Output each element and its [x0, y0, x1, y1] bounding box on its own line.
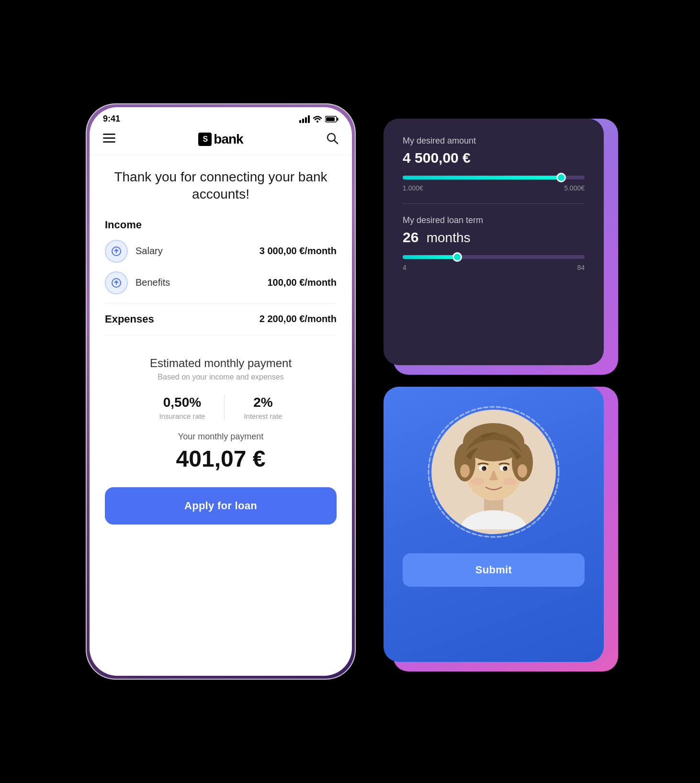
svg-rect-9 — [103, 137, 115, 139]
svg-line-12 — [334, 140, 338, 144]
term-slider-track[interactable] — [403, 255, 585, 259]
salary-item: Salary 3 000,00 €/month — [105, 240, 337, 263]
expenses-label: Expenses — [105, 313, 154, 325]
kyc-card: Submit — [384, 387, 604, 662]
term-number: 26 — [403, 229, 418, 245]
expenses-value: 2 200,00 €/month — [260, 313, 337, 324]
benefits-item: Benefits 100,00 €/month — [105, 271, 337, 294]
kyc-card-wrapper: Submit — [384, 387, 613, 664]
estimated-title: Estimated monthly payment — [105, 357, 337, 370]
benefits-value: 100,00 €/month — [267, 277, 337, 288]
submit-button[interactable]: Submit — [403, 553, 585, 587]
term-slider-labels: 4 84 — [403, 264, 585, 271]
interest-rate-value: 2% — [244, 395, 282, 410]
svg-point-17 — [429, 407, 559, 537]
brand-logo: S bank — [198, 132, 243, 147]
amount-slider-fill — [403, 176, 561, 179]
income-section-title: Income — [105, 219, 337, 231]
salary-label: Salary — [135, 246, 163, 257]
term-slider-fill — [403, 255, 457, 259]
desired-amount-label: My desired amount — [403, 136, 585, 146]
estimated-section: Estimated monthly payment Based on your … — [105, 347, 337, 534]
term-slider-max: 84 — [577, 264, 585, 271]
wifi-icon — [313, 115, 322, 123]
salary-value: 3 000,00 €/month — [260, 246, 337, 257]
loan-config-card: My desired amount 4 500,00 € 1.000€ 5.00… — [384, 119, 604, 365]
estimated-subtitle: Based on your income and expenses — [105, 373, 337, 381]
svg-point-4 — [316, 121, 318, 123]
phone-navbar: S bank — [90, 128, 352, 155]
term-slider-min: 4 — [403, 264, 406, 271]
insurance-rate-value: 0,50% — [159, 395, 205, 410]
monthly-payment-value: 401,07 € — [105, 446, 337, 472]
brand-s-icon: S — [198, 133, 212, 146]
status-bar: 9:41 — [90, 107, 352, 128]
desired-term-value: 26 months — [403, 229, 585, 246]
svg-rect-10 — [103, 141, 115, 143]
apply-for-loan-button[interactable]: Apply for loan — [105, 487, 337, 525]
amount-slider-thumb[interactable] — [556, 173, 566, 182]
avatar-dash-ring — [426, 404, 562, 540]
svg-rect-3 — [308, 115, 310, 123]
expenses-row: Expenses 2 200,00 €/month — [105, 303, 337, 336]
phone-content: Thank you for connecting your bank accou… — [90, 155, 352, 676]
svg-rect-0 — [299, 120, 301, 123]
interest-rate-item: 2% Interest rate — [225, 395, 301, 420]
hamburger-icon[interactable] — [103, 132, 115, 146]
desired-amount-value: 4 500,00 € — [403, 150, 585, 166]
status-time: 9:41 — [103, 114, 120, 124]
avatar-wrapper — [431, 410, 556, 534]
term-slider-thumb[interactable] — [452, 252, 462, 262]
amount-slider-track[interactable] — [403, 176, 585, 179]
benefits-icon — [105, 271, 128, 294]
svg-rect-8 — [103, 134, 115, 135]
loan-config-card-wrapper: My desired amount 4 500,00 € 1.000€ 5.00… — [384, 119, 613, 368]
insurance-rate-label: Insurance rate — [159, 412, 205, 420]
search-icon[interactable] — [326, 132, 339, 146]
benefits-label: Benefits — [135, 277, 170, 288]
svg-rect-6 — [337, 118, 339, 121]
brand-name: bank — [214, 132, 243, 147]
battery-icon — [325, 116, 339, 123]
rates-row: 0,50% Insurance rate 2% Interest rate — [105, 395, 337, 420]
svg-rect-7 — [326, 117, 335, 121]
svg-rect-1 — [302, 119, 304, 123]
phone-mockup: 9:41 — [87, 104, 355, 679]
amount-slider-max: 5.000€ — [564, 184, 585, 192]
card-divider — [403, 203, 585, 204]
monthly-payment-label: Your monthly payment — [105, 432, 337, 442]
status-icons — [299, 115, 339, 123]
insurance-rate-item: 0,50% Insurance rate — [140, 395, 225, 420]
right-column: My desired amount 4 500,00 € 1.000€ 5.00… — [384, 119, 613, 664]
svg-rect-2 — [305, 117, 307, 123]
salary-icon — [105, 240, 128, 263]
thank-you-message: Thank you for connecting your bank accou… — [105, 168, 337, 203]
term-unit: months — [427, 230, 471, 245]
signal-icon — [299, 115, 310, 123]
interest-rate-label: Interest rate — [244, 412, 282, 420]
amount-slider-min: 1.000€ — [403, 184, 423, 192]
amount-slider-labels: 1.000€ 5.000€ — [403, 184, 585, 192]
desired-term-label: My desired loan term — [403, 215, 585, 225]
